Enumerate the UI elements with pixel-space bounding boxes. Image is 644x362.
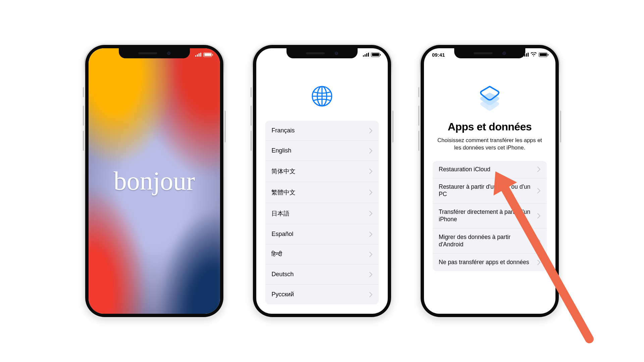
- option-transfer-iphone[interactable]: Transférer directement à partir d'un iPh…: [433, 203, 547, 229]
- chevron-right-icon: [369, 252, 373, 257]
- language-row-english[interactable]: English: [265, 141, 378, 161]
- greeting-text: bonjour: [89, 48, 220, 314]
- list-item-label: Deutsch: [271, 271, 293, 278]
- list-item-label: Restaurer à partir d'un Mac ou d'un PC: [439, 183, 534, 198]
- notch: [119, 48, 190, 58]
- chevron-right-icon: [369, 211, 373, 216]
- notch: [286, 48, 358, 58]
- chevron-right-icon: [369, 190, 373, 195]
- phone-language: Français English 简体中文 繁體中文 日本語: [252, 44, 392, 318]
- wifi-icon: [531, 52, 537, 57]
- list-item-label: 简体中文: [271, 167, 296, 175]
- chevron-right-icon: [537, 238, 541, 244]
- list-item-label: English: [271, 147, 291, 154]
- chevron-right-icon: [537, 167, 541, 172]
- list-item-label: Español: [271, 231, 293, 238]
- list-item-label: Русский: [271, 291, 294, 298]
- language-list: Français English 简体中文 繁體中文 日本語: [265, 121, 378, 304]
- battery-icon: [539, 53, 547, 57]
- chevron-right-icon: [369, 169, 373, 174]
- front-camera: [335, 52, 338, 55]
- list-item-label: 日本語: [271, 209, 289, 218]
- list-item-label: Transférer directement à partir d'un iPh…: [439, 208, 534, 223]
- option-dont-transfer[interactable]: Ne pas transférer apps et données: [433, 254, 547, 271]
- screen-hello: bonjour: [89, 48, 220, 314]
- speaker-grille: [474, 52, 492, 54]
- apps-data-icon: [478, 85, 502, 113]
- language-row-russkiy[interactable]: Русский: [265, 285, 378, 304]
- page-title: Apps et données: [448, 121, 532, 133]
- list-item-label: Migrer des données à partir d'Android: [439, 234, 534, 248]
- language-row-espanol[interactable]: Español: [265, 224, 378, 244]
- screen-language: Français English 简体中文 繁體中文 日本語: [256, 48, 388, 314]
- chevron-right-icon: [537, 260, 541, 265]
- language-row-simplified-chinese[interactable]: 简体中文: [265, 161, 378, 182]
- screen-apps-data: 09:41 Apps et données Choisissez comment…: [424, 48, 555, 314]
- chevron-right-icon: [369, 232, 373, 237]
- chevron-right-icon: [369, 148, 373, 154]
- battery-icon: [203, 53, 212, 57]
- language-row-japanese[interactable]: 日本語: [265, 203, 378, 224]
- battery-icon: [371, 53, 380, 57]
- chevron-right-icon: [537, 188, 541, 193]
- status-time: 09:41: [432, 52, 445, 58]
- restore-options-list: Restauration iCloud Restaurer à partir d…: [433, 161, 547, 271]
- language-row-traditional-chinese[interactable]: 繁體中文: [265, 182, 378, 203]
- cellular-signal-icon: [363, 53, 369, 57]
- list-item-label: हिन्दी: [271, 251, 282, 258]
- language-row-deutsch[interactable]: Deutsch: [265, 264, 378, 285]
- cellular-signal-icon: [195, 53, 201, 57]
- notch: [454, 48, 525, 58]
- chevron-right-icon: [369, 272, 373, 277]
- speaker-grille: [138, 52, 157, 54]
- page-subtitle: Choisissez comment transférer les apps e…: [435, 136, 545, 152]
- list-item-label: Restauration iCloud: [439, 166, 534, 173]
- speaker-grille: [306, 52, 325, 54]
- front-camera: [502, 52, 506, 55]
- language-row-hindi[interactable]: हिन्दी: [265, 244, 378, 264]
- front-camera: [167, 52, 170, 55]
- chevron-right-icon: [369, 128, 373, 133]
- list-item-label: Ne pas transférer apps et données: [439, 259, 534, 266]
- option-restore-icloud[interactable]: Restauration iCloud: [433, 161, 547, 179]
- phone-apps-data: 09:41 Apps et données Choisissez comment…: [419, 44, 560, 318]
- chevron-right-icon: [537, 213, 541, 219]
- language-row-francais[interactable]: Français: [265, 121, 378, 141]
- phone-hello: bonjour: [84, 44, 225, 318]
- option-migrate-android[interactable]: Migrer des données à partir d'Android: [433, 229, 547, 254]
- globe-icon: [311, 85, 333, 109]
- chevron-right-icon: [369, 292, 373, 297]
- list-item-label: Français: [271, 127, 294, 134]
- list-item-label: 繁體中文: [271, 188, 296, 196]
- option-restore-mac-pc[interactable]: Restaurer à partir d'un Mac ou d'un PC: [433, 178, 547, 203]
